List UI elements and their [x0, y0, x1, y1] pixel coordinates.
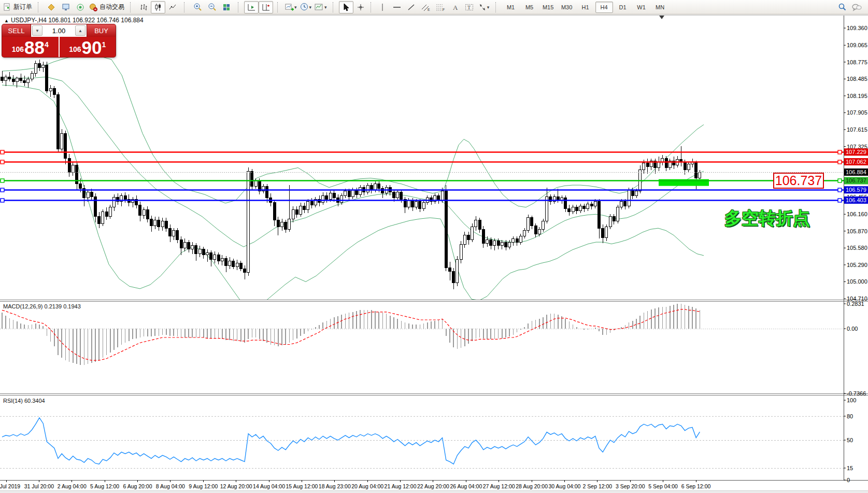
candle-bear	[239, 263, 242, 269]
buy-quote[interactable]: 106 90 1	[60, 37, 116, 57]
chinese-annotation[interactable]: 多空转折点	[724, 207, 810, 230]
chart-shift-button[interactable]	[259, 1, 273, 13]
lot-decrease-button[interactable]: ▼	[32, 25, 42, 36]
candle-bear	[445, 191, 447, 267]
arrows-dropdown[interactable]: ▾	[487, 5, 490, 10]
candle-bear	[150, 219, 153, 226]
zoom-in-button[interactable]	[190, 1, 205, 13]
time-label: 2 Sep 12:00	[583, 483, 613, 489]
time-axis[interactable]: 30 Jul 201931 Jul 20:002 Aug 04:005 Aug …	[0, 480, 710, 489]
cursor-tool-button[interactable]	[339, 1, 353, 13]
macd-pane[interactable]	[0, 304, 844, 365]
charts-button[interactable]	[44, 1, 59, 13]
label-tool-button[interactable]: T	[462, 1, 477, 13]
sell-button[interactable]: SELL	[2, 24, 31, 37]
toolbar-separator	[238, 2, 241, 12]
lot-input[interactable]: 1.00	[44, 24, 74, 37]
timeframe-m1[interactable]: M1	[502, 2, 520, 13]
collapse-trade-panel-icon[interactable]: ▲	[4, 18, 9, 23]
sell-price-pip: 4	[45, 40, 49, 49]
svg-text:15: 15	[847, 465, 853, 471]
add-indicator-button[interactable]: ▾	[283, 1, 298, 13]
time-label: 22 Aug 20:00	[417, 483, 449, 489]
rsi-pane[interactable]	[0, 416, 844, 468]
fibonacci-tool-button[interactable]: F	[433, 1, 448, 13]
profile-button[interactable]	[59, 1, 73, 13]
chart-shift-marker[interactable]	[659, 16, 664, 19]
svg-text:105.000: 105.000	[847, 278, 867, 285]
candle-bear	[98, 217, 101, 223]
search-icon	[837, 3, 847, 12]
chat-button[interactable]	[849, 1, 864, 13]
text-tool-button[interactable]: A	[448, 1, 462, 13]
timeframe-w1[interactable]: W1	[633, 2, 650, 13]
bar-chart-button[interactable]	[136, 1, 151, 13]
tile-windows-button[interactable]	[219, 1, 234, 13]
candle-bull	[42, 65, 45, 67]
chart-window[interactable]: 109.360109.065108.775108.485108.195107.9…	[0, 14, 868, 493]
trendline-tool-button[interactable]	[404, 1, 419, 13]
price-lines[interactable]	[0, 150, 844, 202]
template-dropdown[interactable]: ▾	[324, 5, 327, 10]
hline-tool-button[interactable]	[390, 1, 404, 13]
candle-bull	[236, 263, 238, 267]
new-order-button[interactable]: 新订单	[2, 1, 34, 13]
rsi-axis[interactable]: 1008050150	[844, 397, 856, 483]
search-button[interactable]	[835, 1, 849, 13]
price-axis[interactable]: 109.360109.065108.775108.485108.195107.9…	[844, 25, 868, 302]
autotrading-button[interactable]: 自动交易	[88, 1, 126, 13]
period-dropdown[interactable]: ▾	[309, 5, 312, 10]
label-icon: T	[465, 3, 474, 11]
zoom-out-button[interactable]	[205, 1, 219, 13]
buy-button[interactable]: BUY	[87, 24, 116, 37]
candle-bear	[38, 64, 41, 68]
candle-bull	[609, 217, 611, 227]
timeframe-h4[interactable]: H4	[595, 2, 613, 13]
macd-axis[interactable]: 0.28310.00-0.7366	[844, 301, 866, 397]
candle-bear	[232, 261, 235, 266]
lot-spinner: ▼ 1.00 ▲	[31, 24, 87, 37]
line-chart-button[interactable]	[165, 1, 180, 13]
candle-bull	[366, 185, 369, 192]
window-bottom-edge	[0, 490, 868, 493]
candle-bear	[169, 228, 172, 236]
template-button[interactable]: ▾	[313, 1, 329, 13]
candle-bull	[31, 74, 33, 79]
svg-text:80: 80	[847, 413, 853, 419]
timeframe-m5[interactable]: M5	[521, 2, 538, 13]
candle-bear	[284, 222, 287, 229]
candle-bear	[478, 220, 481, 229]
sell-quote[interactable]: 106 88 4	[2, 37, 60, 57]
buy-price-big: 90	[82, 39, 102, 56]
candle-chart-button[interactable]	[151, 1, 165, 13]
candle-bull	[587, 204, 589, 208]
vline-tool-button[interactable]	[375, 1, 390, 13]
chart-canvas[interactable]: 109.360109.065108.775108.485108.195107.9…	[0, 14, 868, 493]
candle-bull	[102, 212, 104, 223]
candle-bear	[64, 133, 67, 158]
add-indicator-dropdown[interactable]: ▾	[294, 5, 297, 10]
crosshair-tool-button[interactable]	[353, 1, 368, 13]
signals-button[interactable]	[73, 1, 88, 13]
timeframe-h1[interactable]: H1	[577, 2, 594, 13]
arrows-tool-button[interactable]: ▾	[477, 1, 491, 13]
price-pane[interactable]	[0, 55, 844, 308]
lot-increase-button[interactable]: ▲	[75, 25, 86, 36]
price-callout-label[interactable]: 106.737	[773, 173, 824, 189]
zoom-out-icon	[208, 3, 217, 11]
timeframe-d1[interactable]: D1	[614, 2, 632, 13]
period-button[interactable]: ▾	[298, 1, 314, 13]
timeframe-m30[interactable]: M30	[558, 2, 576, 13]
autotrading-label: 自动交易	[99, 3, 124, 11]
candle-bull	[628, 190, 630, 206]
channel-tool-button[interactable]: E	[419, 1, 433, 13]
auto-scroll-button[interactable]	[244, 1, 259, 13]
candle-bear	[646, 163, 649, 166]
timeframe-mn[interactable]: MN	[651, 2, 669, 13]
candle-bull	[221, 259, 223, 261]
candle-bear	[695, 162, 698, 178]
timeframe-m15[interactable]: M15	[539, 2, 557, 13]
candle-bull	[154, 220, 156, 226]
svg-text:109.065: 109.065	[847, 42, 867, 48]
add-indicator-icon	[285, 3, 294, 11]
